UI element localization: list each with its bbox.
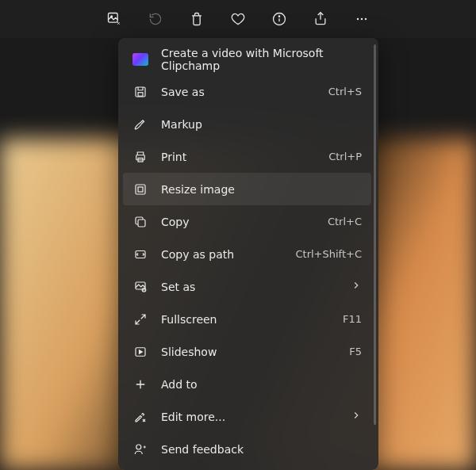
menu-item-label: Slideshow <box>161 346 349 358</box>
markup-icon <box>132 117 148 132</box>
favorite-icon[interactable] <box>227 8 249 30</box>
more-icon[interactable] <box>351 8 373 30</box>
menu-item-accelerator: Ctrl+Shift+C <box>295 248 362 260</box>
menu-item-label: Print <box>161 151 328 163</box>
menu-item-accelerator: F11 <box>343 313 362 325</box>
svg-point-5 <box>361 18 363 21</box>
scrollbar-thumb[interactable] <box>374 44 376 425</box>
edit-more-icon <box>132 409 148 425</box>
svg-point-4 <box>357 18 359 21</box>
menu-item-label: Markup <box>161 118 362 131</box>
print-icon <box>132 149 148 165</box>
svg-rect-8 <box>138 92 143 96</box>
menu-item-set-as[interactable]: Set as <box>123 270 371 303</box>
menu-item-label: Create a video with Microsoft Clipchamp <box>161 47 362 72</box>
menu-item-markup[interactable]: Markup <box>123 108 371 140</box>
menu-scroll-area: Create a video with Microsoft Clipchamp … <box>123 43 376 465</box>
share-icon[interactable] <box>309 8 332 30</box>
svg-point-3 <box>278 16 279 17</box>
menu-item-resize[interactable]: Resize image <box>123 173 371 205</box>
svg-point-6 <box>365 18 367 21</box>
menu-item-edit-more[interactable]: Edit more... <box>123 400 371 433</box>
menu-item-label: Resize image <box>161 183 362 196</box>
copy-path-icon <box>132 246 148 262</box>
svg-rect-7 <box>136 87 145 97</box>
menu-item-print[interactable]: Print Ctrl+P <box>123 140 371 173</box>
menu-item-feedback[interactable]: Send feedback <box>123 433 371 465</box>
menu-item-save-as[interactable]: Save as Ctrl+S <box>123 75 371 108</box>
chevron-right-icon <box>351 410 362 423</box>
add-icon <box>132 376 148 392</box>
menu-item-label: Copy as path <box>161 248 295 261</box>
context-menu: Create a video with Microsoft Clipchamp … <box>118 38 378 470</box>
menu-item-label: Edit more... <box>161 411 351 423</box>
menu-item-copy[interactable]: Copy Ctrl+C <box>123 205 371 238</box>
menu-item-copy-path[interactable]: Copy as path Ctrl+Shift+C <box>123 238 371 270</box>
edit-image-icon[interactable] <box>103 8 125 30</box>
copy-icon <box>132 214 148 230</box>
menu-item-label: Save as <box>161 86 328 98</box>
svg-rect-11 <box>136 185 145 194</box>
resize-icon <box>132 182 148 197</box>
menu-item-label: Set as <box>161 281 351 293</box>
svg-rect-9 <box>136 155 145 159</box>
menu-item-accelerator: Ctrl+S <box>328 86 362 97</box>
rotate-icon[interactable] <box>144 8 167 30</box>
menu-item-label: Add to <box>161 378 362 391</box>
menu-item-accelerator: Ctrl+C <box>328 216 362 227</box>
fullscreen-icon <box>132 311 148 327</box>
info-icon[interactable] <box>268 8 290 30</box>
toolbar <box>0 0 476 38</box>
menu-item-fullscreen[interactable]: Fullscreen F11 <box>123 303 371 335</box>
feedback-icon <box>132 441 148 457</box>
set-as-icon <box>132 279 148 295</box>
menu-item-clipchamp[interactable]: Create a video with Microsoft Clipchamp <box>123 43 371 75</box>
save-icon <box>132 84 148 100</box>
menu-item-label: Send feedback <box>161 443 362 456</box>
menu-item-accelerator: F5 <box>349 346 362 357</box>
svg-rect-13 <box>138 220 145 227</box>
menu-item-label: Fullscreen <box>161 313 343 326</box>
menu-item-label: Copy <box>161 216 328 228</box>
clipchamp-icon <box>132 52 148 67</box>
chevron-right-icon <box>351 280 362 293</box>
slideshow-icon <box>132 344 148 360</box>
menu-item-add-to[interactable]: Add to <box>123 368 371 400</box>
delete-icon[interactable] <box>186 8 208 30</box>
svg-point-18 <box>136 445 141 449</box>
menu-item-accelerator: Ctrl+P <box>328 151 362 162</box>
svg-point-1 <box>111 16 113 17</box>
menu-item-slideshow[interactable]: Slideshow F5 <box>123 335 371 368</box>
svg-rect-12 <box>138 187 143 192</box>
